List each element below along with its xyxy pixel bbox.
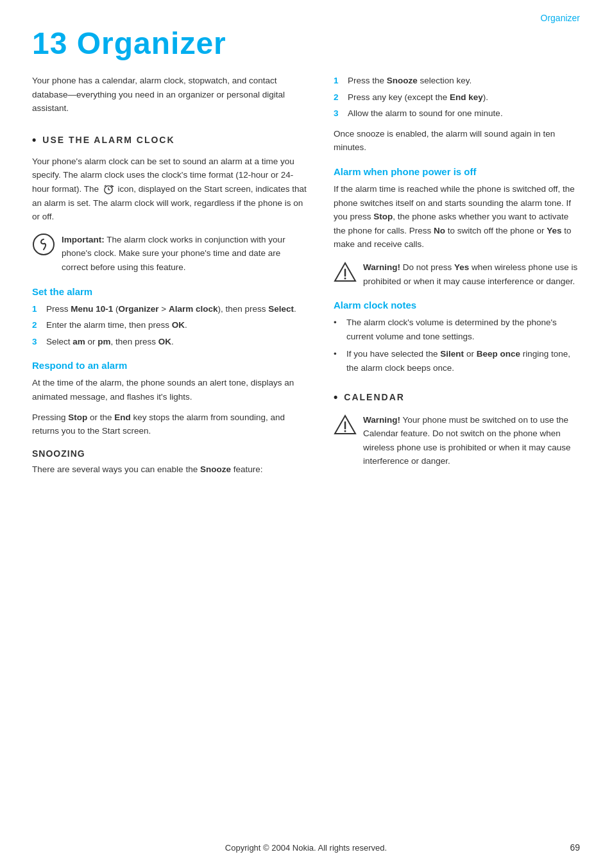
snooze-steps: 1 Press the Snooze selection key. 2 Pres… [334,74,580,121]
page-number: 69 [570,842,580,853]
respond-alarm-body1: At the time of the alarm, the phone soun… [32,376,308,404]
set-alarm-heading: Set the alarm [32,286,308,297]
important-label: Important: [62,235,105,244]
snooze-step-1: 1 Press the Snooze selection key. [334,74,580,88]
right-column: 1 Press the Snooze selection key. 2 Pres… [334,74,580,482]
intro-text: Your phone has a calendar, alarm clock, … [32,74,308,115]
chapter-title-text: Organizer [77,26,226,60]
snoozing-intro: There are several ways you can enable th… [32,463,308,477]
calendar-warning-text: Warning! Your phone must be switched on … [363,413,580,468]
set-alarm-step-3: 3 Select am or pm, then press OK. [32,335,308,349]
set-alarm-step-1: 1 Press Menu 10-1 (Organizer > Alarm clo… [32,302,308,316]
alarm-power-warning-box: Warning! Do not press Yes when wireless … [334,260,580,288]
chapter-title: 13 Organizer [32,26,580,61]
footer-copyright: Copyright © 2004 Nokia. All rights reser… [225,843,387,853]
use-alarm-heading: USE THE ALARM CLOCK [32,133,308,147]
snooze-step-3-text: Allow the alarm to sound for one minute. [348,106,503,121]
left-column: Your phone has a calendar, alarm clock, … [32,74,308,482]
warning-triangle-icon-2 [334,413,357,436]
svg-marker-5 [112,185,114,188]
svg-point-12 [344,430,346,432]
respond-alarm-body2: Pressing Stop or the End key stops the a… [32,411,308,438]
calendar-section: CALENDAR Warning! Your phone must be swi… [334,391,580,468]
top-right-label: Organizer [541,13,580,23]
alarm-clock-inline-icon [103,184,114,194]
warning-triangle-icon-1 [334,260,357,284]
calendar-warning-box: Warning! Your phone must be switched on … [334,413,580,468]
alarm-power-off-body: If the alarm time is reached while the p… [334,182,580,251]
alarm-clock-notes-list: The alarm clock's volume is determined b… [334,316,580,375]
alarm-power-warning-text: Warning! Do not press Yes when wireless … [363,260,580,288]
warning-label-1: Warning! [363,262,400,272]
set-alarm-step-2: 2 Enter the alarm time, then press OK. [32,318,308,332]
important-icon [32,233,55,256]
alarm-note-2: If you have selected the Silent or Beep … [334,347,580,375]
snooze-note: Once snooze is enabled, the alarm will s… [334,127,580,155]
footer: Copyright © 2004 Nokia. All rights reser… [0,843,612,853]
snooze-step-2: 2 Press any key (except the End key). [334,90,580,105]
snoozing-heading: SNOOZING [32,448,308,459]
snooze-step-3: 3 Allow the alarm to sound for one minut… [334,106,580,121]
alarm-power-off-heading: Alarm when phone power is off [334,166,580,177]
important-note-box: Important: The alarm clock works in conj… [32,233,308,275]
calendar-heading: CALENDAR [334,391,580,404]
svg-point-9 [344,277,346,279]
page: Organizer 13 Organizer Your phone has a … [0,0,612,868]
important-note-text: Important: The alarm clock works in conj… [62,233,308,275]
alarm-clock-notes-heading: Alarm clock notes [334,300,580,311]
set-alarm-steps: 1 Press Menu 10-1 (Organizer > Alarm clo… [32,302,308,349]
two-column-layout: Your phone has a calendar, alarm clock, … [32,74,580,482]
use-alarm-body: Your phone's alarm clock can be set to s… [32,155,308,224]
respond-alarm-heading: Respond to an alarm [32,360,308,371]
chapter-number: 13 [32,26,67,60]
calendar-warning-label: Warning! [363,415,400,425]
alarm-note-1: The alarm clock's volume is determined b… [334,316,580,343]
